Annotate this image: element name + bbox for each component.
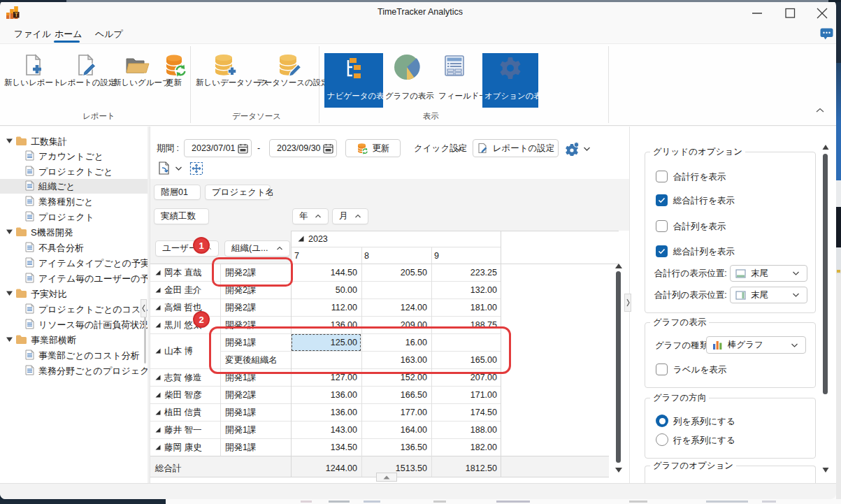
svg-text:T: T [15,11,19,18]
